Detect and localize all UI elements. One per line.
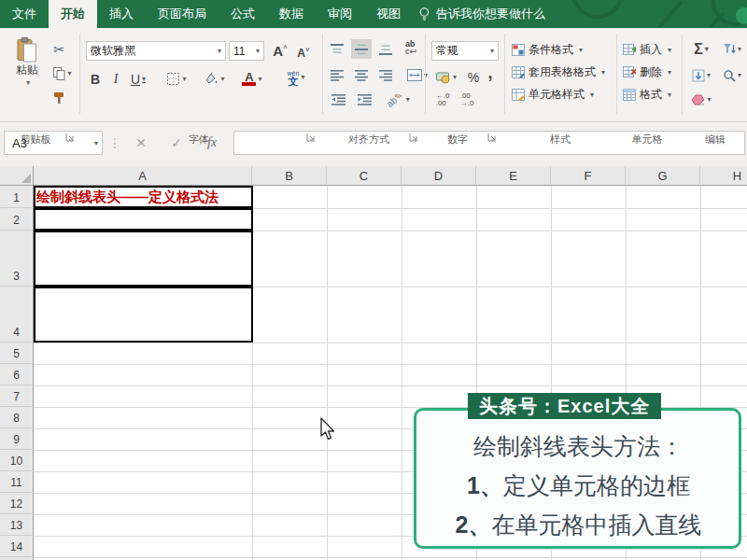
insert-dropdown-icon[interactable]: ▾ <box>668 46 671 54</box>
insert-cells-button[interactable]: 插入 ▾ <box>623 40 671 59</box>
tab-insert[interactable]: 插入 <box>97 0 146 28</box>
percent-style-button[interactable]: % <box>465 67 482 87</box>
merge-center-button[interactable]: ▾ <box>400 65 435 85</box>
font-color-dropdown-icon[interactable]: ▾ <box>258 75 261 83</box>
phonetic-dropdown-icon[interactable]: ▾ <box>301 73 304 81</box>
tellme-box[interactable]: 告诉我你想要做什么 <box>413 0 551 28</box>
delete-cells-button[interactable]: 删除 ▾ <box>623 63 671 81</box>
sort-filter-button[interactable]: ▾ <box>719 39 745 59</box>
clear-button[interactable]: ▾ <box>687 90 715 109</box>
number-format-combo[interactable]: 常规 ▾ <box>431 41 499 61</box>
bold-button[interactable]: B <box>86 69 105 89</box>
cell-a2[interactable] <box>34 208 253 231</box>
top-align-button[interactable] <box>327 39 347 59</box>
orientation-dropdown-icon[interactable]: ▾ <box>406 95 410 104</box>
delete-dropdown-icon[interactable]: ▾ <box>668 68 671 77</box>
row-header-1[interactable]: 1 <box>0 186 34 208</box>
find-select-button[interactable]: ▾ <box>719 65 745 85</box>
font-name-combo[interactable]: 微软雅黑 ▾ <box>86 41 226 61</box>
name-box[interactable]: A3 ▾ <box>4 131 103 155</box>
grow-font-button[interactable]: A˄ <box>269 41 291 61</box>
select-all-corner[interactable] <box>0 166 34 186</box>
bottom-align-button[interactable] <box>375 39 396 59</box>
tab-file[interactable]: 文件 <box>0 0 49 28</box>
enter-button[interactable]: ✓ <box>164 131 189 155</box>
number-dialog-launcher-icon[interactable] <box>487 133 498 143</box>
tab-page-layout[interactable]: 页面布局 <box>146 0 218 28</box>
clear-dropdown-icon[interactable]: ▾ <box>707 95 711 104</box>
underline-dropdown-icon[interactable]: ▾ <box>142 75 146 83</box>
tab-data[interactable]: 数据 <box>267 0 316 28</box>
column-header-d[interactable]: D <box>402 166 476 186</box>
row-header-13[interactable]: 13 <box>0 514 34 536</box>
align-center-button[interactable] <box>351 65 372 85</box>
column-header-g[interactable]: G <box>626 166 700 186</box>
format-dropdown-icon[interactable]: ▾ <box>668 91 671 99</box>
underline-button[interactable]: U▾ <box>126 69 150 89</box>
borders-dropdown-icon[interactable]: ▾ <box>182 75 186 83</box>
align-right-button[interactable] <box>375 65 396 85</box>
shrink-font-button[interactable]: A˅ <box>293 43 314 63</box>
tab-view[interactable]: 视图 <box>364 0 413 28</box>
phonetic-button[interactable]: wén 文 ▾ <box>278 67 314 87</box>
row-header-14[interactable]: 14 <box>0 536 34 557</box>
autosum-dropdown-icon[interactable]: ▾ <box>705 45 709 53</box>
conditional-dropdown-icon[interactable]: ▾ <box>579 46 583 54</box>
middle-align-button[interactable] <box>351 39 372 59</box>
column-header-a[interactable]: A <box>34 166 252 186</box>
fill-color-button[interactable]: ▾ <box>198 69 230 89</box>
cell-a3[interactable] <box>34 231 253 287</box>
align-left-button[interactable] <box>327 65 347 85</box>
font-size-dropdown-icon[interactable]: ▾ <box>256 47 260 55</box>
row-header-3[interactable]: 3 <box>0 231 34 287</box>
name-box-dropdown-icon[interactable]: ▾ <box>94 139 98 147</box>
row-header-4[interactable]: 4 <box>0 287 34 343</box>
fill-button[interactable]: ▾ <box>687 65 715 85</box>
accounting-dropdown-icon[interactable]: ▾ <box>453 73 457 81</box>
conditional-formatting-button[interactable]: 条件格式 ▾ <box>512 40 583 59</box>
row-header-6[interactable]: 6 <box>0 364 34 385</box>
decrease-decimal-button[interactable]: .00→.0 <box>456 90 478 109</box>
font-dialog-launcher-icon[interactable] <box>306 133 317 143</box>
copy-dropdown-icon[interactable]: ▾ <box>67 69 71 77</box>
cell-a4[interactable] <box>34 287 253 343</box>
row-header-7[interactable]: 7 <box>0 385 34 407</box>
row-header-9[interactable]: 9 <box>0 428 34 450</box>
tab-home[interactable]: 开始 <box>49 0 97 28</box>
comma-style-button[interactable]: , <box>484 63 497 83</box>
column-header-f[interactable]: F <box>551 166 626 186</box>
italic-button[interactable]: I <box>107 69 124 89</box>
cell-styles-button[interactable]: 单元格样式 ▾ <box>512 85 594 104</box>
autosum-button[interactable]: Σ ▾ <box>687 39 715 59</box>
row-header-12[interactable]: 12 <box>0 493 34 514</box>
row-header-2[interactable]: 2 <box>0 208 34 231</box>
paste-dropdown-icon[interactable]: ▾ <box>26 78 30 87</box>
row-header-8[interactable]: 8 <box>0 407 34 428</box>
sort-filter-dropdown-icon[interactable]: ▾ <box>738 45 741 53</box>
wrap-text-button[interactable]: abc↩ <box>400 37 422 57</box>
cancel-button[interactable]: ✕ <box>129 131 153 155</box>
cut-button[interactable]: ✂ <box>49 39 69 59</box>
number-format-dropdown-icon[interactable]: ▾ <box>490 47 494 55</box>
paste-button[interactable]: 粘贴 ▾ <box>7 37 47 87</box>
tab-formulas[interactable]: 公式 <box>218 0 267 28</box>
format-cells-button[interactable]: 格式 ▾ <box>623 85 671 104</box>
orientation-button[interactable]: ab✎ ▾ <box>381 90 415 109</box>
row-header-11[interactable]: 11 <box>0 471 34 493</box>
fill-color-dropdown-icon[interactable]: ▾ <box>220 75 224 83</box>
column-header-b[interactable]: B <box>252 166 327 186</box>
format-as-table-button[interactable]: 套用表格格式 ▾ <box>512 63 605 81</box>
decrease-indent-button[interactable] <box>327 90 349 109</box>
font-color-button[interactable]: A ▾ <box>235 69 269 89</box>
fill-dropdown-icon[interactable]: ▾ <box>707 71 711 79</box>
find-dropdown-icon[interactable]: ▾ <box>738 71 741 79</box>
tab-review[interactable]: 审阅 <box>316 0 364 28</box>
copy-button[interactable]: ▾ <box>49 63 77 83</box>
alignment-dialog-launcher-icon[interactable] <box>409 133 419 143</box>
column-header-c[interactable]: C <box>327 166 402 186</box>
cell-styles-dropdown-icon[interactable]: ▾ <box>590 91 594 99</box>
increase-decimal-button[interactable]: ←.0.00 <box>431 90 454 109</box>
row-header-5[interactable]: 5 <box>0 343 34 364</box>
column-header-h[interactable]: H <box>700 166 747 186</box>
increase-indent-button[interactable] <box>353 90 375 109</box>
